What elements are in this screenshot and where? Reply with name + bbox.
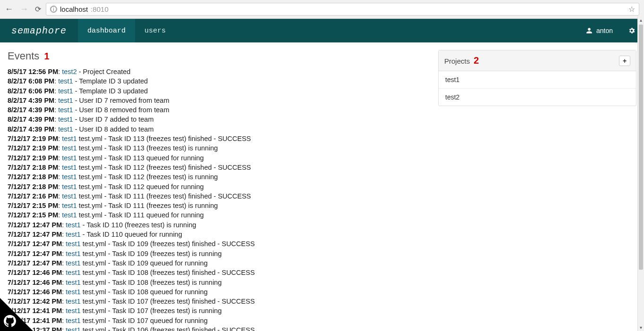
event-timestamp: 7/12/17 2:18 PM — [8, 164, 58, 171]
nav-dashboard[interactable]: dashboard — [78, 19, 135, 42]
event-project-link[interactable]: test1 — [66, 288, 80, 296]
event-description: - Task ID 110 (freezes test) is running — [81, 221, 196, 229]
brand-logo[interactable]: semaphore — [0, 19, 78, 42]
event-project-link[interactable]: test1 — [62, 154, 76, 162]
event-project-link[interactable]: test1 — [66, 240, 80, 248]
event-project-link[interactable]: test1 — [62, 183, 76, 190]
event-timestamp: 7/12/17 2:16 PM — [8, 192, 58, 200]
event-row: 7/12/17 2:19 PM: test1 test.yml - Task I… — [8, 153, 429, 163]
annotation-1: 1 — [44, 51, 49, 61]
event-description: test.yml - Task ID 109 (freezes test) is… — [81, 250, 222, 257]
event-timestamp: 7/12/17 2:18 PM — [8, 173, 58, 181]
event-project-link[interactable]: test1 — [58, 116, 73, 123]
event-project-link[interactable]: test2 — [62, 68, 76, 75]
event-project-link[interactable]: test1 — [62, 144, 76, 152]
event-row: 7/12/17 12:47 PM: test1 test.yml - Task … — [8, 258, 429, 268]
event-row: 7/12/17 12:47 PM: test1 test.yml - Task … — [8, 239, 429, 248]
event-description: - User ID 7 removed from team — [73, 97, 169, 104]
site-info-icon[interactable]: ⓘ — [50, 6, 57, 13]
event-row: 8/5/17 12:56 PM: test2 - Project Created — [8, 67, 429, 76]
event-timestamp: 7/12/17 12:46 PM — [8, 269, 62, 276]
event-project-link[interactable]: test1 — [66, 269, 80, 276]
event-timestamp: 7/12/17 12:47 PM — [8, 231, 62, 238]
event-project-link[interactable]: test1 — [58, 125, 73, 133]
scrollbar-thumb[interactable] — [639, 25, 643, 270]
annotation-2: 2 — [474, 55, 479, 66]
reload-button[interactable]: ⟳ — [35, 5, 41, 14]
event-project-link[interactable]: test1 — [62, 211, 76, 219]
event-timestamp: 7/12/17 12:46 PM — [8, 288, 62, 296]
event-project-link[interactable]: test1 — [66, 298, 80, 305]
event-description: test.yml - Task ID 108 queued for runnin… — [81, 288, 208, 296]
event-timestamp: 7/12/17 2:19 PM — [8, 144, 58, 152]
event-row: 8/2/17 4:39 PM: test1 - User ID 7 added … — [8, 115, 429, 124]
event-project-link[interactable]: test1 — [66, 279, 80, 286]
username: anton — [596, 27, 613, 34]
event-description: - Template ID 3 updated — [73, 77, 148, 85]
event-description: - Task ID 110 queued for running — [81, 231, 182, 238]
events-title-text: Events — [8, 50, 39, 62]
user-menu[interactable]: anton — [579, 19, 619, 42]
event-timestamp: 7/12/17 2:19 PM — [8, 135, 58, 142]
bookmark-star-icon[interactable]: ☆ — [628, 5, 635, 14]
event-project-link[interactable]: test1 — [58, 106, 73, 114]
event-row: 7/12/17 2:19 PM: test1 test.yml - Task I… — [8, 143, 429, 153]
event-project-link[interactable]: test1 — [66, 259, 80, 267]
back-button[interactable]: ← — [5, 4, 13, 14]
event-description: test.yml - Task ID 113 (freezes test) is… — [77, 144, 218, 152]
project-item[interactable]: test2 — [439, 89, 636, 106]
event-row: 7/12/17 12:47 PM: test1 - Task ID 110 (f… — [8, 220, 429, 230]
event-timestamp: 8/2/17 4:39 PM — [8, 106, 54, 114]
event-project-link[interactable]: test1 — [62, 202, 76, 209]
event-project-link[interactable]: test1 — [66, 317, 80, 324]
scroll-down-arrow[interactable]: ▾ — [638, 323, 644, 331]
vertical-scrollbar[interactable]: ▴ ▾ — [637, 16, 644, 331]
event-project-link[interactable]: test1 — [66, 326, 80, 331]
event-description: test.yml - Task ID 107 queued for runnin… — [81, 317, 208, 324]
event-description: test.yml - Task ID 107 (freezes test) fi… — [81, 298, 255, 305]
brand-text: semaphore — [11, 25, 67, 36]
event-description: test.yml - Task ID 106 (freezes test) fi… — [81, 326, 255, 331]
event-project-link[interactable]: test1 — [66, 250, 80, 257]
event-row: 7/12/17 12:41 PM: test1 test.yml - Task … — [8, 306, 429, 315]
event-row: 7/12/17 12:42 PM: test1 test.yml - Task … — [8, 297, 429, 306]
event-project-link[interactable]: test1 — [66, 307, 80, 314]
event-description: test.yml - Task ID 108 (freezes test) fi… — [81, 269, 255, 276]
event-project-link[interactable]: test1 — [58, 87, 73, 95]
event-description: test.yml - Task ID 112 queued for runnin… — [77, 183, 204, 190]
event-timestamp: 7/12/17 12:46 PM — [8, 279, 62, 286]
event-project-link[interactable]: test1 — [58, 77, 73, 85]
event-project-link[interactable]: test1 — [66, 221, 80, 229]
add-project-button[interactable]: + — [619, 56, 630, 66]
event-row: 7/12/17 2:15 PM: test1 test.yml - Task I… — [8, 201, 429, 210]
event-row: 8/2/17 4:39 PM: test1 - User ID 8 remove… — [8, 105, 429, 115]
projects-panel: Projects 2 + test1test2 — [438, 50, 636, 106]
event-project-link[interactable]: test1 — [62, 173, 76, 181]
event-description: test.yml - Task ID 112 (freezes test) is… — [77, 173, 218, 181]
event-timestamp: 8/2/17 6:06 PM — [8, 87, 54, 95]
event-row: 7/12/17 2:19 PM: test1 test.yml - Task I… — [8, 134, 429, 143]
event-project-link[interactable]: test1 — [58, 97, 73, 104]
event-timestamp: 7/12/17 2:18 PM — [8, 183, 58, 190]
project-item[interactable]: test1 — [439, 71, 636, 89]
event-row: 7/12/17 12:46 PM: test1 test.yml - Task … — [8, 268, 429, 277]
event-timestamp: 7/12/17 12:47 PM — [8, 240, 62, 248]
scroll-up-arrow[interactable]: ▴ — [638, 16, 644, 24]
event-description: test.yml - Task ID 107 (freezes test) is… — [81, 307, 222, 314]
event-description: - Project Created — [77, 68, 131, 75]
address-bar[interactable]: ⓘ localhost:8010 ☆ — [46, 3, 639, 16]
event-row: 7/12/17 12:46 PM: test1 test.yml - Task … — [8, 287, 429, 297]
nav-users[interactable]: users — [135, 19, 175, 42]
events-list: 8/5/17 12:56 PM: test2 - Project Created… — [8, 67, 429, 331]
forward-button[interactable]: → — [20, 4, 28, 14]
event-project-link[interactable]: test1 — [66, 231, 80, 238]
event-project-link[interactable]: test1 — [62, 135, 76, 142]
github-icon — [4, 315, 16, 327]
event-project-link[interactable]: test1 — [62, 192, 76, 200]
event-row: 7/12/17 2:15 PM: test1 test.yml - Task I… — [8, 210, 429, 220]
event-timestamp: 7/12/17 2:19 PM — [8, 154, 58, 162]
event-description: - Template ID 3 updated — [73, 87, 148, 95]
event-project-link[interactable]: test1 — [62, 164, 76, 171]
event-row: 7/12/17 2:18 PM: test1 test.yml - Task I… — [8, 172, 429, 182]
event-description: test.yml - Task ID 111 (freezes test) is… — [77, 202, 218, 209]
